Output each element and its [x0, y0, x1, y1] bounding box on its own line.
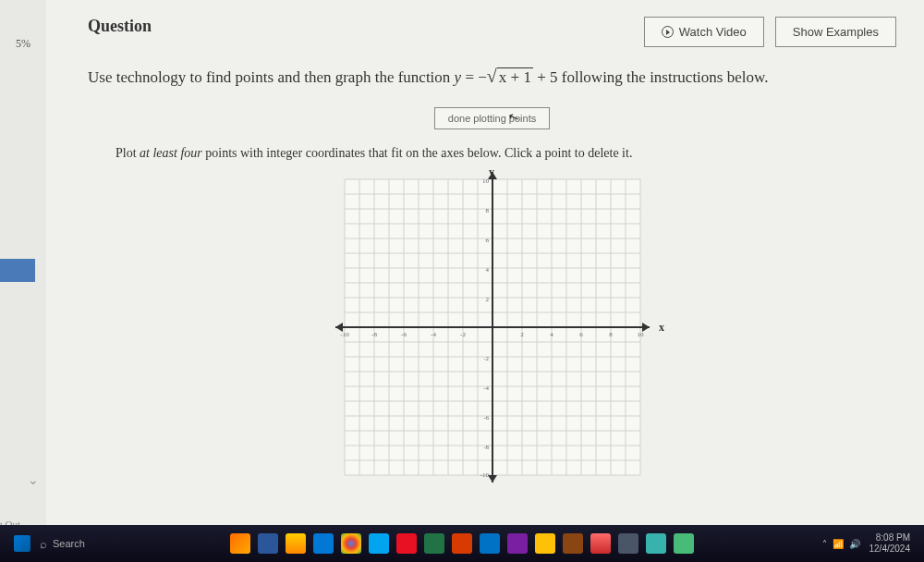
app-icon[interactable] [230, 533, 250, 554]
svg-text:4: 4 [550, 331, 553, 338]
show-examples-label: Show Examples [793, 25, 879, 39]
svg-text:10: 10 [482, 177, 490, 185]
svg-text:-2: -2 [483, 355, 489, 362]
svg-text:6: 6 [485, 237, 489, 244]
app-icon[interactable] [535, 533, 555, 554]
app-icon[interactable] [452, 533, 472, 554]
svg-text:4: 4 [485, 266, 489, 274]
plot-instruction: Plot at least four points with integer c… [116, 146, 896, 161]
svg-text:-2: -2 [460, 331, 466, 338]
wifi-icon[interactable]: 📶 [833, 539, 844, 549]
chevron-down-icon[interactable]: ⌄ [28, 472, 39, 488]
svg-text:-8: -8 [483, 444, 489, 451]
x-axis-label: x [659, 321, 664, 334]
app-icon[interactable] [480, 533, 500, 554]
coordinate-graph[interactable]: x y -10 -8 -6 -4 -2 2 4 6 8 10 10 [317, 170, 668, 484]
play-icon [662, 26, 674, 38]
watch-video-button[interactable]: Watch Video [644, 17, 764, 47]
app-icon[interactable] [507, 533, 528, 554]
watch-video-label: Watch Video [679, 25, 747, 39]
sidebar: 5% ⌄ Log Out [0, 0, 46, 562]
sidebar-progress-indicator [0, 259, 35, 282]
svg-text:-4: -4 [431, 331, 436, 338]
svg-text:-10: -10 [480, 471, 489, 479]
app-icon[interactable] [590, 533, 611, 554]
chevron-up-icon[interactable]: ˄ [822, 539, 827, 549]
y-axis-label: y [489, 170, 494, 178]
svg-text:2: 2 [520, 331, 524, 338]
taskbar-time: 8:08 PM [869, 532, 911, 544]
app-icon[interactable] [258, 533, 278, 554]
app-icon[interactable] [369, 533, 389, 554]
svg-text:2: 2 [485, 296, 489, 303]
search-icon: ⌕ [40, 537, 47, 551]
app-icon[interactable] [313, 533, 334, 554]
svg-text:10: 10 [637, 331, 644, 338]
search-label: Search [53, 538, 85, 549]
app-icon[interactable] [396, 533, 417, 554]
taskbar-date: 12/4/2024 [869, 544, 911, 555]
svg-text:6: 6 [579, 331, 583, 338]
app-icon[interactable] [674, 533, 694, 554]
taskbar-apps [230, 533, 694, 554]
app-icon[interactable] [646, 533, 666, 554]
svg-text:8: 8 [485, 207, 489, 214]
done-plotting-button[interactable]: done plotting points [434, 107, 550, 129]
svg-text:-8: -8 [371, 331, 377, 338]
system-tray[interactable]: ˄ 📶 🔊 [822, 539, 860, 549]
question-title: Question [88, 17, 152, 36]
svg-text:-4: -4 [483, 385, 489, 392]
chrome-icon[interactable] [341, 533, 361, 554]
svg-text:-6: -6 [483, 414, 489, 422]
app-icon[interactable] [563, 533, 583, 554]
main-content: Question Watch Video Show Examples Use t… [46, 0, 924, 562]
app-icon[interactable] [618, 533, 638, 554]
svg-text:-6: -6 [401, 331, 407, 338]
svg-marker-46 [488, 475, 497, 483]
taskbar-search[interactable]: ⌕ Search [40, 537, 85, 551]
svg-text:8: 8 [609, 331, 613, 338]
app-icon[interactable] [286, 533, 306, 554]
sound-icon[interactable]: 🔊 [849, 539, 860, 549]
windows-taskbar[interactable]: ⌕ Search ˄ 📶 🔊 8:08 PM 12/4/2024 [0, 525, 924, 562]
show-examples-button[interactable]: Show Examples [775, 17, 896, 47]
svg-text:-10: -10 [340, 331, 349, 338]
windows-start-icon[interactable] [14, 535, 30, 552]
app-icon[interactable] [424, 533, 444, 554]
progress-percent: 5% [16, 37, 30, 51]
instruction-text: Use technology to find points and then g… [88, 66, 896, 87]
taskbar-clock[interactable]: 8:08 PM 12/4/2024 [869, 532, 911, 555]
